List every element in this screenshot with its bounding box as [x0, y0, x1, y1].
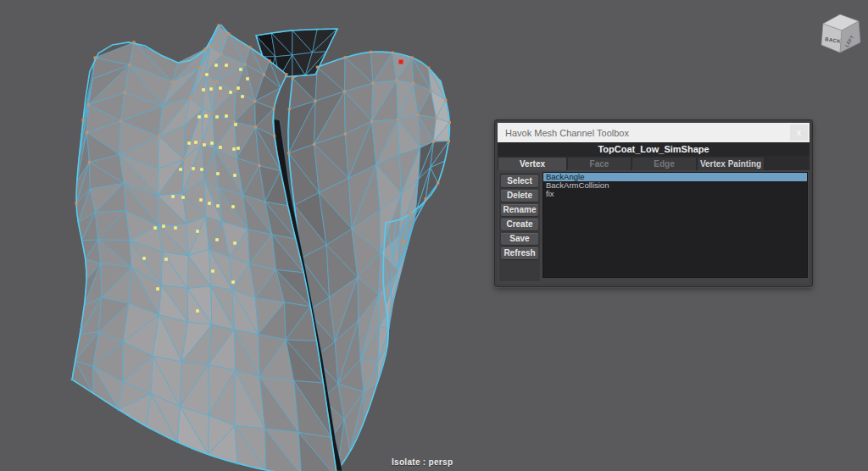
toolbox-content: Select Delete Rename Create Save Refresh…	[498, 170, 810, 284]
isolate-status-label: Isolate : persp	[392, 457, 453, 467]
tab-edge-selections[interactable]: Edge Selections	[632, 158, 696, 170]
refresh-button[interactable]: Refresh	[501, 247, 538, 259]
list-item-fix[interactable]: fix	[543, 190, 807, 198]
create-button[interactable]: Create	[501, 219, 538, 230]
list-item-backarmcollision[interactable]: BackArmCollision	[543, 181, 807, 190]
save-button[interactable]: Save	[501, 233, 538, 245]
delete-button[interactable]: Delete	[501, 190, 538, 202]
tab-vertex-selections[interactable]: Vertex Selections	[498, 158, 566, 170]
select-button[interactable]: Select	[501, 175, 538, 187]
havok-toolbox-window: Havok Mesh Channel Toolbox x TopCoat_Low…	[494, 119, 813, 287]
tab-vertex-painting[interactable]: Vertex Painting	[698, 158, 764, 170]
button-column: Select Delete Rename Create Save Refresh	[499, 173, 540, 281]
rename-button[interactable]: Rename	[501, 204, 538, 216]
channel-list: BackAngle BackArmCollision fix	[542, 172, 808, 278]
shape-name-header: TopCoat_Low_SimShape	[498, 142, 810, 156]
view-cube[interactable]: BACK LEFT	[817, 10, 866, 63]
close-icon[interactable]: x	[790, 125, 808, 141]
window-title: Havok Mesh Channel Toolbox	[498, 128, 790, 138]
tab-face-selections[interactable]: Face Selections	[568, 158, 631, 170]
tab-bar: Vertex Selections Face Selections Edge S…	[498, 156, 810, 170]
window-titlebar[interactable]: Havok Mesh Channel Toolbox x	[498, 123, 810, 142]
3d-viewport[interactable]: BACK LEFT Isolate : persp Havok Mesh Cha…	[0, 0, 868, 471]
